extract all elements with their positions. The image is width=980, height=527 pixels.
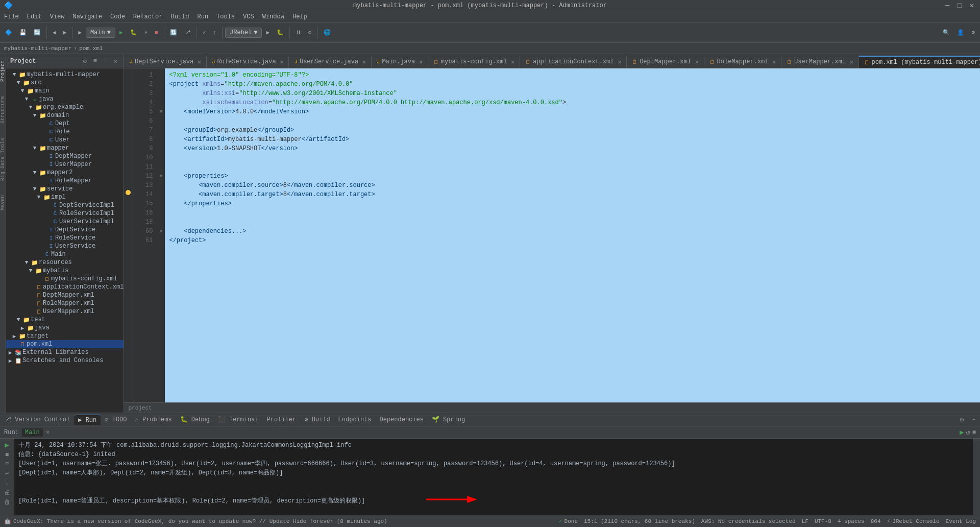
toolbar-save[interactable]: 💾 [16, 28, 30, 37]
tab-deptmapper[interactable]: 🗒 DeptMapper.xml ✕ [627, 56, 704, 68]
run-play-button[interactable]: ▶ [960, 428, 964, 437]
tree-item-dept[interactable]: C Dept [6, 119, 124, 128]
tree-item-userservice[interactable]: I UserService [6, 242, 124, 250]
toolbar-commit[interactable]: ✓ [200, 28, 209, 37]
toolbar-run-config[interactable]: ▶ [75, 28, 85, 37]
project-tool-button[interactable]: Project [0, 58, 6, 84]
tab-close-icon[interactable]: ✕ [419, 59, 423, 65]
tree-item-test[interactable]: ▼ 📁 test [6, 316, 124, 324]
tree-item-mybatis-config[interactable]: 🗒 mybatis-config.xml [6, 275, 124, 283]
tab-close-icon[interactable]: ✕ [618, 59, 622, 65]
toolbar-cancel[interactable]: ⊘ [305, 28, 315, 37]
panel-layout-icon[interactable]: ≡ [91, 57, 99, 65]
tab-close-icon[interactable]: ✕ [772, 59, 776, 65]
print-icon[interactable]: 🖨 [4, 489, 10, 496]
tree-item-deptserviceimpl[interactable]: C DeptServiceImpl [6, 201, 124, 209]
bottom-tab-version-control[interactable]: ⎇ Version Control [0, 415, 74, 424]
tree-item-rolemapper[interactable]: I RoleMapper [6, 177, 124, 185]
toolbar-back[interactable]: ◀ [50, 28, 59, 37]
bottom-tabs-bar[interactable]: ⎇ Version Control ▶ Run ☑ TODO ⚠ Problem… [0, 413, 980, 426]
stop-button[interactable]: ■ [152, 29, 161, 37]
window-controls[interactable]: ─ □ ✕ [943, 2, 976, 10]
tab-close-icon[interactable]: ✕ [695, 59, 699, 65]
cursor-position[interactable]: 15:1 (2110 chars, 60 line breaks) [584, 518, 695, 524]
tab-pom-active[interactable]: 🗒 pom.xml (mybatis-multi-mapper) ✕ [859, 56, 980, 68]
indentation-status[interactable]: 4 spaces [838, 518, 865, 524]
bigdata-tool-button[interactable]: Big Data Tools [0, 136, 6, 183]
tree-item-src[interactable]: ▼ 📁 src [6, 79, 124, 87]
maven-tool-button[interactable]: Maven [0, 193, 6, 212]
bottom-tab-run[interactable]: ▶ Run [74, 415, 101, 425]
tab-deptservice[interactable]: J DeptService.java ✕ [124, 56, 206, 68]
structure-tool-button[interactable]: Structure [0, 94, 6, 126]
menu-code[interactable]: Code [106, 12, 129, 21]
tree-item-root[interactable]: ▼ 📁 mybatis-multi-mapper [6, 70, 124, 79]
filter-icon[interactable]: ≡ [5, 461, 9, 468]
bottom-tab-terminal[interactable]: ⬛ Terminal [214, 415, 263, 424]
run-rerun-button[interactable]: ↺ [966, 428, 970, 437]
menu-navigate[interactable]: Navigate [68, 12, 106, 21]
tree-item-mapper[interactable]: ▼ 📁 mapper [6, 144, 124, 152]
bottom-tab-spring[interactable]: 🌱 Spring [428, 415, 469, 424]
toolbar-git[interactable]: ⎇ [181, 28, 194, 37]
run-main-tab[interactable]: Main [22, 428, 43, 437]
event-log-status[interactable]: Event Log [946, 518, 976, 524]
bottom-tab-debug[interactable]: 🐛 Debug [176, 415, 214, 424]
tree-item-user[interactable]: C User [6, 136, 124, 144]
tree-item-main-class[interactable]: C Main [6, 250, 124, 258]
tab-userservice[interactable]: J UserService.java ✕ [289, 56, 371, 68]
aws-status[interactable]: AWS: No credentials selected [701, 518, 796, 524]
tree-item-usermapperxml[interactable]: 🗒 UserMapper.xml [6, 307, 124, 316]
bottom-tab-endpoints[interactable]: Endpoints [334, 415, 376, 424]
tree-item-java-src[interactable]: ▼ ☕ java [6, 95, 124, 103]
menu-edit[interactable]: Edit [23, 12, 46, 21]
tree-item-rolemapperxml[interactable]: 🗒 RoleMapper.xml [6, 299, 124, 307]
menu-window[interactable]: Window [258, 12, 288, 21]
tree-item-resources[interactable]: ▼ 📁 resources [6, 258, 124, 267]
tree-item-external-libs[interactable]: ▶ 📚 External Libraries [6, 348, 124, 356]
code-content-area[interactable]: <?xml version="1.0" encoding="UTF-8"?> <… [165, 68, 980, 402]
tab-usermapper[interactable]: 🗒 UserMapper.xml ✕ [781, 56, 859, 68]
wrap-icon[interactable]: ↩ [5, 470, 9, 477]
jrebel-dropdown[interactable]: JRebel ▼ [225, 28, 262, 38]
codegex-status[interactable]: 🤖 CodeGeeX: There is a new version of Co… [4, 518, 387, 524]
menu-help[interactable]: Help [288, 12, 311, 21]
bottom-tab-problems[interactable]: ⚠ Problems [131, 415, 176, 424]
tree-item-deptservice[interactable]: I DeptService [6, 226, 124, 234]
panel-collapse-icon[interactable]: – [101, 57, 109, 65]
toolbar-update[interactable]: 🔃 [167, 28, 180, 37]
tab-rolemapper[interactable]: 🗒 RoleMapper.xml ✕ [704, 56, 781, 68]
tab-close-icon[interactable]: ✕ [280, 59, 284, 65]
maximize-button[interactable]: □ [955, 2, 964, 10]
run-stop-button[interactable]: ■ [972, 429, 976, 436]
panel-settings-icon[interactable]: ⚙ [81, 57, 89, 65]
menu-refactor[interactable]: Refactor [129, 12, 167, 21]
close-button[interactable]: ✕ [968, 2, 976, 10]
run-tab-close[interactable]: ✕ [46, 428, 50, 436]
toolbar-pause[interactable]: ⏸ [292, 28, 304, 37]
tab-close-icon[interactable]: ✕ [511, 59, 514, 65]
tree-item-roleserviceimpl[interactable]: C RoleServiceImpl [6, 209, 124, 218]
tab-mybatis-config[interactable]: 🗒 mybatis-config.xml ✕ [428, 56, 520, 68]
menu-run[interactable]: Run [193, 12, 212, 21]
toolbar-translate[interactable]: 🌐 [321, 28, 334, 37]
tree-item-test-java[interactable]: ▶ 📁 java [6, 324, 124, 332]
bottom-tab-dependencies[interactable]: Dependencies [375, 415, 427, 424]
editor-tabs[interactable]: J DeptService.java ✕ J RoleService.java … [124, 54, 980, 68]
encoding-status[interactable]: UTF-8 [815, 518, 831, 524]
panel-close-icon[interactable]: ✕ [111, 57, 119, 65]
stop-icon[interactable]: ■ [5, 451, 9, 459]
tree-item-deptmapperxml[interactable]: 🗒 DeptMapper.xml [6, 291, 124, 299]
toolbar-search[interactable]: 🔍 [940, 28, 953, 37]
console-scrollbar[interactable] [973, 439, 980, 515]
toolbar-sync[interactable]: 🔄 [31, 28, 44, 37]
debug-button[interactable]: 🐛 [127, 28, 140, 37]
tree-item-deptmapper[interactable]: I DeptMapper [6, 152, 124, 160]
bottom-tab-todo[interactable]: ☑ TODO [101, 415, 131, 424]
tree-item-org[interactable]: ▼ 📁 org.example [6, 103, 124, 111]
tree-item-target[interactable]: ▶ 📁 target [6, 332, 124, 340]
bottom-collapse-icon[interactable]: – [968, 416, 980, 423]
tab-main[interactable]: J Main.java ✕ [372, 56, 428, 68]
toolbar-jrebel-run[interactable]: ▶ [263, 28, 273, 37]
tree-item-scratches[interactable]: ▶ 📋 Scratches and Consoles [6, 356, 124, 365]
